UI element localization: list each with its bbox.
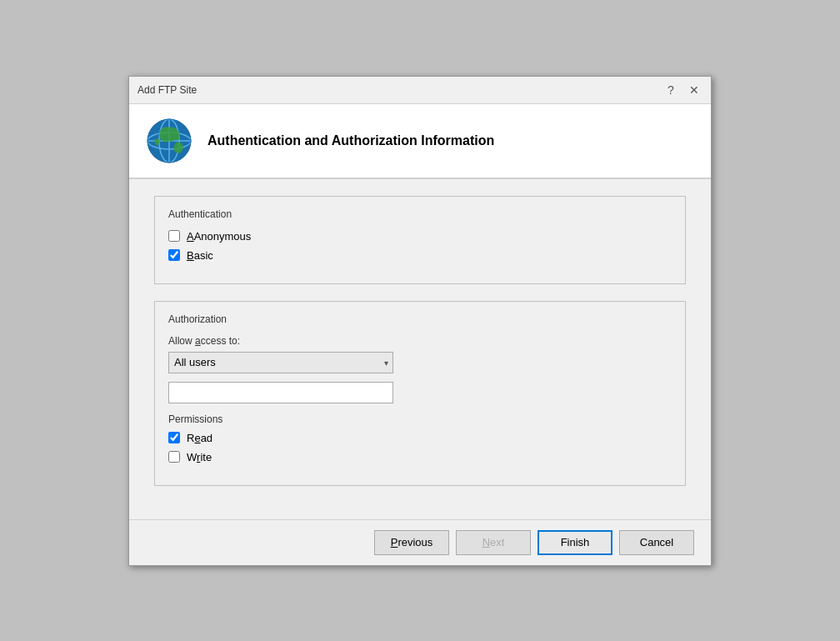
authorization-section: Authorization Allow access to: All users… xyxy=(154,301,686,486)
page-title: Authentication and Authorization Informa… xyxy=(208,133,494,148)
authorization-label: Authorization xyxy=(168,313,672,325)
basic-label[interactable]: Basic xyxy=(187,249,213,262)
previous-label: revious xyxy=(398,536,432,548)
basic-checkbox-row: Basic xyxy=(168,249,672,262)
allow-access-dropdown-container: All users Anonymous users Specified role… xyxy=(168,352,393,373)
dialog-title: Add FTP Site xyxy=(138,84,197,96)
write-checkbox-row: Write xyxy=(168,451,672,463)
title-bar: Add FTP Site ? ✕ xyxy=(129,77,711,104)
finish-button[interactable]: Finish xyxy=(538,530,612,555)
allow-access-label: Allow access to: xyxy=(168,335,672,347)
cancel-button[interactable]: Cancel xyxy=(619,530,694,555)
title-bar-right: ? ✕ xyxy=(662,82,702,98)
write-label[interactable]: Write xyxy=(187,451,212,463)
anonymous-checkbox-row: AAnonymous xyxy=(168,230,672,243)
anonymous-label[interactable]: AAnonymous xyxy=(187,230,251,243)
basic-checkbox[interactable] xyxy=(168,249,180,261)
permissions-label: Permissions xyxy=(168,413,672,425)
header-section: Authentication and Authorization Informa… xyxy=(129,104,711,179)
previous-button[interactable]: Previous xyxy=(374,530,449,555)
write-checkbox[interactable] xyxy=(168,451,180,463)
globe-icon xyxy=(146,118,192,164)
read-checkbox-row: Read xyxy=(168,432,672,444)
read-label[interactable]: Read xyxy=(187,432,212,444)
close-button[interactable]: ✕ xyxy=(686,82,702,98)
authentication-label: Authentication xyxy=(168,208,672,220)
add-ftp-site-dialog: Add FTP Site ? ✕ Authentication and Auth… xyxy=(128,76,712,566)
anonymous-checkbox[interactable] xyxy=(168,230,180,242)
dialog-footer: Previous Next Finish Cancel xyxy=(129,519,711,565)
authentication-section: Authentication AAnonymous Basic xyxy=(154,196,686,284)
users-text-input[interactable] xyxy=(168,382,393,403)
next-label: ext xyxy=(490,536,504,548)
read-checkbox[interactable] xyxy=(168,432,180,443)
next-underline: N xyxy=(482,536,490,548)
allow-access-dropdown[interactable]: All users Anonymous users Specified role… xyxy=(168,352,393,373)
content-area: Authentication AAnonymous Basic Authoriz… xyxy=(129,179,711,519)
help-button[interactable]: ? xyxy=(662,82,679,98)
title-bar-left: Add FTP Site xyxy=(138,84,197,96)
next-button[interactable]: Next xyxy=(456,530,531,555)
